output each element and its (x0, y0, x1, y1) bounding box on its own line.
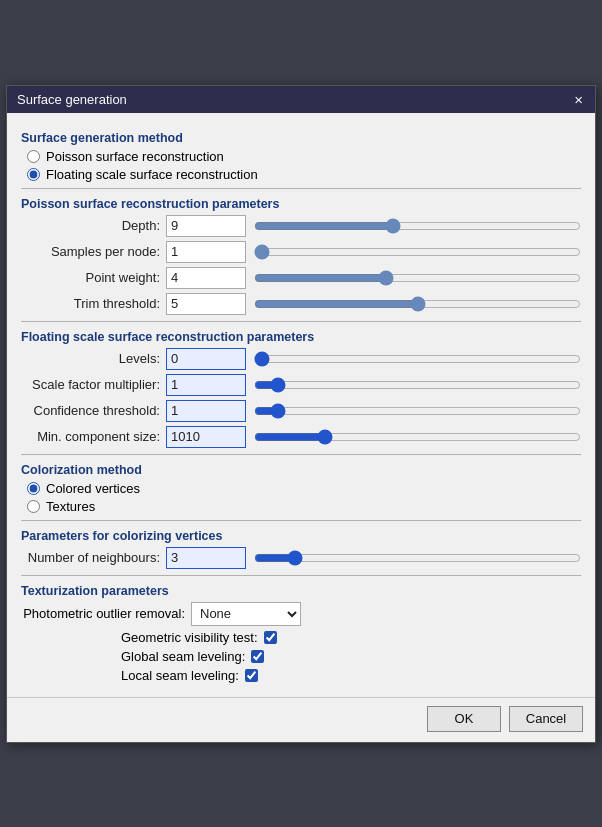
separator-4 (21, 520, 581, 521)
texturization-label: Texturization parameters (21, 584, 581, 598)
scale-factor-slider[interactable] (254, 376, 581, 394)
photometric-select[interactable]: None Low Medium High (191, 602, 301, 626)
geo-visibility-checkbox[interactable] (264, 631, 277, 644)
samples-row: Samples per node: (21, 241, 581, 263)
point-weight-input[interactable] (166, 267, 246, 289)
local-seam-row: Local seam leveling: (121, 668, 581, 683)
depth-input[interactable] (166, 215, 246, 237)
levels-input[interactable] (166, 348, 246, 370)
levels-label: Levels: (21, 351, 166, 366)
geo-visibility-label: Geometric visibility test: (121, 630, 258, 645)
scale-factor-label: Scale factor multiplier: (21, 377, 166, 392)
samples-input[interactable] (166, 241, 246, 263)
samples-slider-area (254, 243, 581, 261)
trim-slider[interactable] (254, 295, 581, 313)
depth-slider[interactable] (254, 217, 581, 235)
surface-generation-dialog: Surface generation × Surface generation … (6, 85, 596, 743)
point-weight-slider[interactable] (254, 269, 581, 287)
point-weight-slider-area (254, 269, 581, 287)
ok-button[interactable]: OK (427, 706, 501, 732)
colored-vertices-label: Colored vertices (46, 481, 140, 496)
samples-slider[interactable] (254, 243, 581, 261)
radio-colored-vertices[interactable]: Colored vertices (27, 481, 581, 496)
min-component-input[interactable] (166, 426, 246, 448)
cancel-button[interactable]: Cancel (509, 706, 583, 732)
confidence-slider-area (254, 402, 581, 420)
levels-row: Levels: (21, 348, 581, 370)
textures-label: Textures (46, 499, 95, 514)
scale-factor-input[interactable] (166, 374, 246, 396)
close-button[interactable]: × (572, 92, 585, 107)
separator-3 (21, 454, 581, 455)
floating-params-label: Floating scale surface reconstruction pa… (21, 330, 581, 344)
confidence-input[interactable] (166, 400, 246, 422)
scale-factor-slider-area (254, 376, 581, 394)
dialog-title: Surface generation (17, 92, 127, 107)
separator-1 (21, 188, 581, 189)
global-seam-label: Global seam leveling: (121, 649, 245, 664)
depth-label: Depth: (21, 218, 166, 233)
point-weight-label: Point weight: (21, 270, 166, 285)
title-bar: Surface generation × (7, 86, 595, 113)
point-weight-row: Point weight: (21, 267, 581, 289)
poisson-params-label: Poisson surface reconstruction parameter… (21, 197, 581, 211)
num-neighbours-row: Number of neighbours: (21, 547, 581, 569)
num-neighbours-input[interactable] (166, 547, 246, 569)
scale-factor-row: Scale factor multiplier: (21, 374, 581, 396)
min-component-slider[interactable] (254, 428, 581, 446)
dialog-footer: OK Cancel (7, 697, 595, 742)
depth-row: Depth: (21, 215, 581, 237)
separator-2 (21, 321, 581, 322)
photometric-row: Photometric outlier removal: None Low Me… (21, 602, 581, 626)
colorization-label: Colorization method (21, 463, 581, 477)
confidence-label: Confidence threshold: (21, 403, 166, 418)
min-component-slider-area (254, 428, 581, 446)
levels-slider[interactable] (254, 350, 581, 368)
min-component-label: Min. component size: (21, 429, 166, 444)
num-neighbours-label: Number of neighbours: (21, 550, 166, 565)
trim-label: Trim threshold: (21, 296, 166, 311)
confidence-row: Confidence threshold: (21, 400, 581, 422)
surface-method-label: Surface generation method (21, 131, 581, 145)
num-neighbours-slider-area (254, 549, 581, 567)
radio-poisson[interactable]: Poisson surface reconstruction (27, 149, 581, 164)
depth-slider-area (254, 217, 581, 235)
colorizing-vertices-label: Parameters for colorizing vertices (21, 529, 581, 543)
poisson-label: Poisson surface reconstruction (46, 149, 224, 164)
radio-textures[interactable]: Textures (27, 499, 581, 514)
separator-5 (21, 575, 581, 576)
photometric-label: Photometric outlier removal: (21, 606, 191, 621)
min-component-row: Min. component size: (21, 426, 581, 448)
radio-floating[interactable]: Floating scale surface reconstruction (27, 167, 581, 182)
trim-input[interactable] (166, 293, 246, 315)
samples-label: Samples per node: (21, 244, 166, 259)
global-seam-checkbox[interactable] (251, 650, 264, 663)
trim-row: Trim threshold: (21, 293, 581, 315)
confidence-slider[interactable] (254, 402, 581, 420)
trim-slider-area (254, 295, 581, 313)
global-seam-row: Global seam leveling: (121, 649, 581, 664)
levels-slider-area (254, 350, 581, 368)
geo-visibility-row: Geometric visibility test: (121, 630, 581, 645)
local-seam-label: Local seam leveling: (121, 668, 239, 683)
num-neighbours-slider[interactable] (254, 549, 581, 567)
floating-label: Floating scale surface reconstruction (46, 167, 258, 182)
dialog-body: Surface generation method Poisson surfac… (7, 113, 595, 697)
local-seam-checkbox[interactable] (245, 669, 258, 682)
